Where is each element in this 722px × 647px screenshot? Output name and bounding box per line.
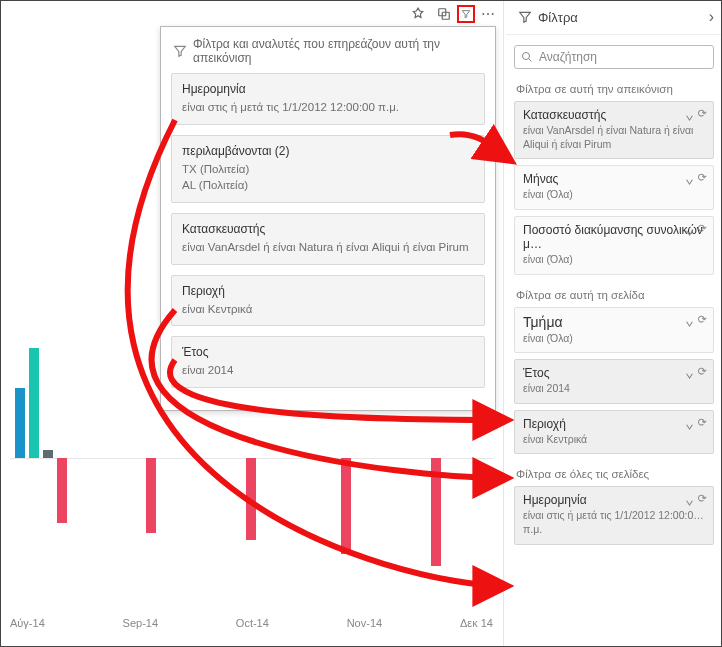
filter-sub: είναι στις ή μετά τις 1/1/2012 12:00:0… …: [523, 509, 705, 536]
chevron-down-icon[interactable]: [685, 365, 694, 383]
filter-card-title: Έτος: [182, 345, 474, 359]
popup-header: Φίλτρα και αναλυτές που επηρεάζουν αυτή …: [173, 37, 483, 65]
filter-card: Κατασκευαστής είναι VanArsdel ή είναι Na…: [171, 213, 485, 265]
copy-icon[interactable]: [435, 5, 453, 23]
axis-label: Αύγ-14: [10, 617, 45, 629]
filter-sub: είναι VanArsdel ή είναι Natura ή είναι A…: [523, 124, 705, 151]
chevron-down-icon[interactable]: [685, 416, 694, 434]
filter-card-title: περιλαμβάνονται (2): [182, 144, 474, 158]
section-all: Φίλτρα σε όλες τις σελίδες: [516, 468, 712, 480]
visual-toolbar: ⋯: [409, 5, 497, 23]
filter-card-title: Ημερομηνία: [182, 82, 474, 96]
filter-title: Κατασκευαστής: [523, 108, 705, 122]
chevron-down-icon[interactable]: [685, 492, 694, 510]
funnel-icon: [518, 10, 532, 24]
section-visual: Φίλτρα σε αυτή την απεικόνιση: [516, 83, 712, 95]
filter-card-sub: είναι VanArsdel ή είναι Natura ή είναι A…: [182, 239, 474, 256]
erase-icon[interactable]: [698, 171, 707, 189]
filter-tooltip: Φίλτρα και αναλυτές που επηρεάζουν αυτή …: [160, 26, 496, 411]
filter-title: Περιοχή: [523, 417, 705, 431]
chevron-down-icon[interactable]: [685, 222, 694, 240]
filter-card-sub: είναι Κεντρικά: [182, 301, 474, 318]
search-placeholder: Αναζήτηση: [539, 50, 597, 64]
filter-icon[interactable]: [457, 5, 475, 23]
filter-card-title: Κατασκευαστής: [182, 222, 474, 236]
panel-title: Φίλτρα: [538, 10, 578, 25]
chart-x-axis: Αύγ-14 Sep-14 Oct-14 Nov-14 Δεκ 14: [10, 617, 493, 629]
filter-sub: είναι (Όλα): [523, 332, 705, 346]
section-page: Φίλτρα σε αυτή τη σελίδα: [516, 289, 712, 301]
funnel-icon: [173, 44, 187, 58]
filter-sub: είναι (Όλα): [523, 188, 705, 202]
axis-label: Δεκ 14: [460, 617, 493, 629]
filter-card-sub: είναι στις ή μετά τις 1/1/2012 12:00:00 …: [182, 99, 474, 116]
filter-title: Τμήμα: [523, 314, 705, 330]
erase-icon[interactable]: [698, 222, 707, 240]
chevron-down-icon[interactable]: [685, 107, 694, 125]
filter-card: Περιοχή είναι Κεντρικά: [171, 275, 485, 327]
erase-icon[interactable]: [698, 416, 707, 434]
axis-label: Oct-14: [236, 617, 269, 629]
filter-card-title: Περιοχή: [182, 284, 474, 298]
filter-card: περιλαμβάνονται (2) TX (Πολιτεία) AL (Πο…: [171, 135, 485, 203]
filter-title: Έτος: [523, 366, 705, 380]
erase-icon[interactable]: [698, 365, 707, 383]
filter-sub: είναι Κεντρικά: [523, 433, 705, 447]
filter-card: Ημερομηνία είναι στις ή μετά τις 1/1/201…: [171, 73, 485, 125]
more-icon[interactable]: ⋯: [479, 5, 497, 23]
popup-title: Φίλτρα και αναλυτές που επηρεάζουν αυτή …: [193, 37, 483, 65]
filter-title: Ημερομηνία: [523, 493, 705, 507]
erase-icon[interactable]: [698, 107, 707, 125]
filter-segment[interactable]: Τμήμα είναι (Όλα): [514, 307, 714, 354]
search-input[interactable]: Αναζήτηση: [514, 45, 714, 69]
expand-icon[interactable]: ›: [709, 8, 714, 26]
pin-icon[interactable]: [409, 5, 427, 23]
chevron-down-icon[interactable]: [685, 313, 694, 331]
filter-variance[interactable]: Ποσοστό διακύμανσης συνολικών μ… είναι (…: [514, 216, 714, 275]
filter-month[interactable]: Μήνας είναι (Όλα): [514, 165, 714, 210]
filter-card: Έτος είναι 2014: [171, 336, 485, 388]
filter-region[interactable]: Περιοχή είναι Κεντρικά: [514, 410, 714, 455]
filter-card-sub: TX (Πολιτεία) AL (Πολιτεία): [182, 161, 474, 194]
filter-date[interactable]: Ημερομηνία είναι στις ή μετά τις 1/1/201…: [514, 486, 714, 544]
panel-header: Φίλτρα ›: [506, 0, 722, 35]
filter-sub: είναι 2014: [523, 382, 705, 396]
filter-title: Μήνας: [523, 172, 705, 186]
search-icon: [521, 51, 533, 63]
erase-icon[interactable]: [698, 313, 707, 331]
chevron-down-icon[interactable]: [685, 171, 694, 189]
axis-label: Sep-14: [123, 617, 158, 629]
axis-label: Nov-14: [347, 617, 382, 629]
filter-year[interactable]: Έτος είναι 2014: [514, 359, 714, 404]
filter-title: Ποσοστό διακύμανσης συνολικών μ…: [523, 223, 705, 251]
erase-icon[interactable]: [698, 492, 707, 510]
filters-panel: Φίλτρα › Αναζήτηση Φίλτρα σε αυτή την απ…: [506, 0, 722, 647]
svg-point-2: [523, 53, 530, 60]
filter-manufacturer[interactable]: Κατασκευαστής είναι VanArsdel ή είναι Na…: [514, 101, 714, 159]
filter-card-sub: είναι 2014: [182, 362, 474, 379]
filter-sub: είναι (Όλα): [523, 253, 705, 267]
